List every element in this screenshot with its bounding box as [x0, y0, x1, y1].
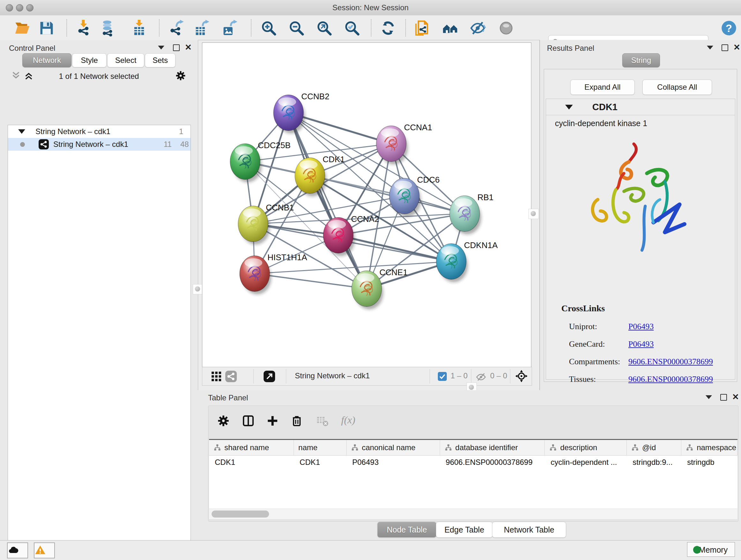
table-cell[interactable]: P06493 [347, 455, 440, 469]
scrollbar-thumb[interactable] [212, 510, 269, 517]
gene-expander-icon[interactable] [565, 105, 573, 110]
network-node-cdc6[interactable]: CDC6 [389, 175, 440, 217]
table-cell[interactable]: stringdb [681, 455, 738, 469]
column-header-shared-name[interactable]: shared name [209, 440, 294, 455]
export-image-icon[interactable] [221, 20, 238, 37]
right-splitter-handle[interactable] [529, 209, 539, 219]
grid-view-icon[interactable] [211, 371, 222, 382]
column-header-database-identifier[interactable]: database identifier [440, 440, 545, 455]
network-canvas[interactable]: CCNB2CCNA1CDC25BCDK1CDC6RB1CCNB1CCNA2CDK… [202, 43, 531, 367]
network-collection-row[interactable]: String Network – cdk1 1 [8, 125, 191, 138]
import-network-icon[interactable] [75, 20, 92, 37]
zoom-selected-icon[interactable] [344, 20, 360, 37]
expand-all-button[interactable]: Expand All [570, 79, 635, 95]
collapse-all-networks-icon[interactable] [11, 71, 21, 81]
network-edge[interactable] [288, 113, 367, 289]
network-edge[interactable] [310, 176, 465, 213]
float-table-panel-icon[interactable] [703, 395, 714, 404]
import-table-icon[interactable] [131, 20, 147, 37]
warning-status-button[interactable] [34, 543, 55, 558]
import-network-from-database-icon[interactable] [99, 20, 116, 37]
close-panel-icon[interactable]: ✕ [183, 43, 194, 53]
zoom-fit-icon[interactable] [316, 20, 333, 37]
column-header--id[interactable]: @id [627, 440, 681, 455]
tab-style[interactable]: Style [72, 53, 107, 67]
network-thumbnail-icon[interactable] [225, 371, 237, 382]
tab-sets[interactable]: Sets [145, 53, 176, 67]
control-panel: Control Panel ✕ Network Style Select Set… [0, 40, 198, 540]
hide-selected-icon[interactable] [470, 20, 486, 37]
delete-table-icon[interactable] [316, 414, 329, 428]
column-header-namespace[interactable]: namespace [681, 440, 738, 455]
show-all-icon[interactable] [498, 20, 515, 37]
tab-select[interactable]: Select [107, 53, 144, 67]
network-options-gear-icon[interactable] [175, 70, 186, 81]
cloud-status-button[interactable] [7, 543, 28, 558]
zoom-out-icon[interactable] [288, 20, 305, 37]
tab-string-results[interactable]: String [622, 53, 660, 67]
expand-all-networks-icon[interactable] [23, 71, 34, 81]
network-node-rb1[interactable]: RB1 [450, 192, 494, 234]
export-table-icon[interactable] [193, 20, 210, 37]
tab-network-table[interactable]: Network Table [492, 522, 566, 538]
network-node-hist1h1a[interactable]: HIST1H1A [240, 253, 307, 294]
network-node-cdkn1a[interactable]: CDKN1A [436, 240, 498, 282]
network-node-cdc25b[interactable]: CDC25B [230, 140, 291, 182]
network-edge[interactable] [255, 273, 367, 289]
create-column-icon[interactable] [266, 414, 279, 428]
refresh-layout-icon[interactable] [380, 20, 396, 37]
network-node-ccnb2[interactable]: CCNB2 [273, 91, 329, 133]
table-cell[interactable]: 9606.ENSP00000378699 [440, 455, 545, 469]
table-options-gear-icon[interactable] [217, 414, 230, 428]
function-builder-icon[interactable]: f(x) [341, 414, 355, 426]
table-horizontal-scrollbar[interactable] [209, 509, 738, 519]
crosslink-link[interactable]: 9606.ENSP00000378699 [628, 374, 713, 384]
tab-node-table[interactable]: Node Table [377, 522, 436, 538]
home-icon[interactable] [442, 20, 459, 37]
open-in-window-icon[interactable] [264, 371, 275, 382]
export-network-icon[interactable] [168, 20, 185, 37]
gene-section-header[interactable]: CDK1 [546, 99, 735, 115]
network-edge[interactable] [338, 235, 451, 261]
memory-button[interactable]: Memory [687, 542, 735, 557]
network-node-ccnb1[interactable]: CCNB1 [238, 203, 294, 245]
birds-eye-view-icon[interactable] [515, 370, 528, 382]
zoom-in-icon[interactable] [260, 20, 277, 37]
column-type-icon [686, 444, 693, 451]
table-cell[interactable]: CDK1 [209, 455, 294, 469]
crosslink-link[interactable]: P06493 [628, 322, 654, 331]
column-header-description[interactable]: description [545, 440, 627, 455]
maximize-table-panel-icon[interactable] [718, 394, 729, 403]
column-header-name[interactable]: name [294, 440, 347, 455]
table-cell[interactable]: stringdb:9... [627, 455, 681, 469]
network-node-ccna1[interactable]: CCNA1 [376, 123, 432, 165]
left-splitter-handle[interactable] [193, 284, 203, 294]
maximize-panel-icon[interactable] [171, 44, 182, 54]
collapse-all-button[interactable]: Collapse All [643, 79, 712, 95]
float-results-panel-icon[interactable] [704, 45, 716, 55]
tab-edge-table[interactable]: Edge Table [436, 522, 493, 538]
table-cell[interactable]: CDK1 [294, 455, 347, 469]
column-header-canonical-name[interactable]: canonical name [347, 440, 440, 455]
network-node-ccna2[interactable]: CCNA2 [323, 214, 379, 256]
delete-column-icon[interactable] [290, 414, 304, 428]
window-title: Session: New Session [0, 3, 741, 12]
selected-checkbox-icon[interactable] [438, 372, 447, 381]
network-node-ccne1[interactable]: CCNE1 [352, 267, 408, 309]
save-session-icon[interactable] [38, 20, 55, 37]
hidden-items-icon[interactable] [475, 371, 487, 383]
collection-expander-icon[interactable] [18, 129, 25, 134]
open-session-icon[interactable] [14, 20, 30, 37]
table-row[interactable]: CDK1CDK1P064939606.ENSP00000378699cyclin… [209, 455, 738, 469]
maximize-results-panel-icon[interactable] [719, 44, 730, 54]
close-results-panel-icon[interactable]: ✕ [731, 43, 741, 53]
show-column-icon[interactable] [242, 414, 255, 428]
tab-network[interactable]: Network [22, 53, 71, 67]
open-manual-icon[interactable] [414, 20, 431, 37]
table-cell[interactable]: cyclin-dependent ... [545, 455, 627, 469]
crosslink-link[interactable]: 9606.ENSP00000378699 [628, 357, 713, 367]
network-row-selected[interactable]: String Network – cdk1 11 48 [8, 138, 191, 151]
crosslink-link[interactable]: P06493 [628, 339, 654, 349]
help-icon[interactable]: ? [721, 20, 737, 37]
close-table-panel-icon[interactable]: ✕ [730, 393, 741, 402]
